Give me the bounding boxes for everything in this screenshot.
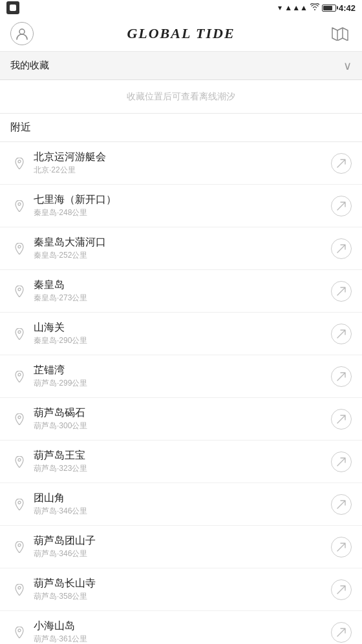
location-info: 芷锚湾 葫芦岛·299公里	[28, 364, 331, 390]
svg-point-7	[18, 416, 21, 419]
location-sub: 秦皇岛·273公里	[34, 293, 326, 304]
location-info: 葫芦岛王宝 葫芦岛·323公里	[28, 449, 331, 475]
location-pin-icon	[10, 413, 28, 425]
location-pin-icon	[10, 286, 28, 297]
location-name: 团山角	[34, 492, 326, 505]
location-sub: 葫芦岛·346公里	[34, 548, 326, 559]
location-pin-icon	[10, 158, 28, 169]
location-name: 北京运河游艇会	[34, 151, 326, 164]
location-name: 葫芦岛王宝	[34, 449, 326, 462]
map-icon	[332, 26, 348, 41]
navigate-button[interactable]	[331, 537, 352, 557]
location-name: 葫芦岛碣石	[34, 406, 326, 420]
list-item[interactable]: 七里海（新开口） 秦皇岛·248公里	[0, 185, 362, 227]
location-info: 葫芦岛碣石 葫芦岛·300公里	[28, 406, 331, 432]
location-sub: 葫芦岛·358公里	[34, 591, 326, 602]
list-item[interactable]: 葫芦岛王宝 葫芦岛·323公里	[0, 441, 362, 483]
svg-point-3	[18, 245, 21, 248]
navigate-button[interactable]	[331, 281, 352, 302]
location-name: 山海关	[34, 321, 326, 335]
list-item[interactable]: 葫芦岛团山子 葫芦岛·346公里	[0, 526, 362, 568]
location-sub: 北京·22公里	[34, 165, 326, 176]
svg-point-4	[18, 288, 21, 291]
status-left-icon	[6, 1, 19, 14]
status-icons: ▾ ▲▲▲ 4:42	[278, 3, 356, 13]
location-name: 葫芦岛团山子	[34, 534, 326, 548]
location-pin-icon	[10, 243, 28, 254]
svg-point-12	[18, 629, 21, 632]
list-item[interactable]: 芷锚湾 葫芦岛·299公里	[0, 355, 362, 398]
favorites-hint-row: 收藏位置后可查看离线潮汐	[0, 80, 362, 114]
list-item[interactable]: 葫芦岛长山寺 葫芦岛·358公里	[0, 568, 362, 611]
location-sub: 秦皇岛·248公里	[34, 207, 326, 218]
location-sub: 秦皇岛·290公里	[34, 335, 326, 346]
favorites-hint-text: 收藏位置后可查看离线潮汐	[127, 91, 235, 103]
status-bar: ▾ ▲▲▲ 4:42	[0, 0, 362, 16]
list-item[interactable]: 葫芦岛碣石 葫芦岛·300公里	[0, 398, 362, 441]
location-name: 秦皇岛大蒲河口	[34, 236, 326, 249]
location-name: 葫芦岛长山寺	[34, 577, 326, 590]
navigate-button[interactable]	[331, 409, 352, 430]
svg-point-8	[18, 459, 21, 461]
navigate-button[interactable]	[331, 366, 352, 387]
location-info: 山海关 秦皇岛·290公里	[28, 321, 331, 347]
list-item[interactable]: 团山角 葫芦岛·346公里	[0, 483, 362, 526]
list-item[interactable]: 秦皇岛大蒲河口 秦皇岛·252公里	[0, 227, 362, 270]
location-pin-icon	[10, 499, 28, 510]
navigate-button[interactable]	[331, 452, 352, 472]
list-item[interactable]: 秦皇岛 秦皇岛·273公里	[0, 270, 362, 313]
navigate-button[interactable]	[331, 494, 352, 515]
favorites-label: 我的收藏	[10, 59, 49, 72]
location-pin-icon	[10, 371, 28, 382]
svg-point-1	[18, 160, 21, 163]
location-pin-icon	[10, 627, 28, 638]
nearby-section-header: 附近	[0, 114, 362, 142]
svg-point-2	[18, 203, 21, 205]
nearby-label: 附近	[10, 121, 31, 134]
battery-icon	[322, 5, 336, 12]
svg-point-0	[19, 29, 25, 34]
location-pin-icon	[10, 584, 28, 596]
svg-point-9	[18, 501, 21, 504]
location-pin-icon	[10, 541, 28, 553]
navigate-button[interactable]	[331, 324, 352, 344]
svg-point-10	[18, 544, 21, 546]
location-name: 小海山岛	[34, 619, 326, 633]
list-item[interactable]: 山海关 秦皇岛·290公里	[0, 313, 362, 355]
app-header: GLOBAL TIDE	[0, 16, 362, 52]
app-title: GLOBAL TIDE	[127, 25, 235, 42]
navigate-button[interactable]	[331, 196, 352, 216]
navigate-button[interactable]	[331, 238, 352, 259]
location-info: 葫芦岛团山子 葫芦岛·346公里	[28, 534, 331, 560]
favorites-section[interactable]: 我的收藏 ∨	[0, 52, 362, 80]
navigate-button[interactable]	[331, 153, 352, 174]
location-info: 七里海（新开口） 秦皇岛·248公里	[28, 193, 331, 219]
avatar-icon	[15, 26, 29, 41]
location-info: 秦皇岛 秦皇岛·273公里	[28, 278, 331, 304]
navigate-button[interactable]	[331, 579, 352, 600]
chevron-down-icon: ∨	[343, 59, 352, 73]
location-info: 小海山岛 葫芦岛·361公里	[28, 619, 331, 644]
location-info: 团山角 葫芦岛·346公里	[28, 492, 331, 517]
status-time: 4:42	[339, 3, 356, 13]
location-pin-icon	[10, 328, 28, 340]
location-sub: 秦皇岛·252公里	[34, 250, 326, 261]
svg-point-11	[18, 587, 21, 589]
location-name: 秦皇岛	[34, 278, 326, 292]
location-sub: 葫芦岛·299公里	[34, 378, 326, 389]
location-info: 葫芦岛长山寺 葫芦岛·358公里	[28, 577, 331, 603]
location-name: 七里海（新开口）	[34, 193, 326, 207]
svg-point-5	[18, 331, 21, 333]
location-pin-icon	[10, 200, 28, 212]
location-list: 北京运河游艇会 北京·22公里 七里海（新开口） 秦皇岛·248公里	[0, 142, 362, 644]
avatar-button[interactable]	[10, 22, 34, 45]
location-name: 芷锚湾	[34, 364, 326, 377]
map-button[interactable]	[328, 22, 352, 45]
location-info: 北京运河游艇会 北京·22公里	[28, 151, 331, 176]
location-info: 秦皇岛大蒲河口 秦皇岛·252公里	[28, 236, 331, 262]
navigate-button[interactable]	[331, 622, 352, 643]
list-item[interactable]: 北京运河游艇会 北京·22公里	[0, 142, 362, 185]
wifi-icon	[310, 3, 319, 12]
location-pin-icon	[10, 456, 28, 468]
list-item[interactable]: 小海山岛 葫芦岛·361公里	[0, 611, 362, 644]
